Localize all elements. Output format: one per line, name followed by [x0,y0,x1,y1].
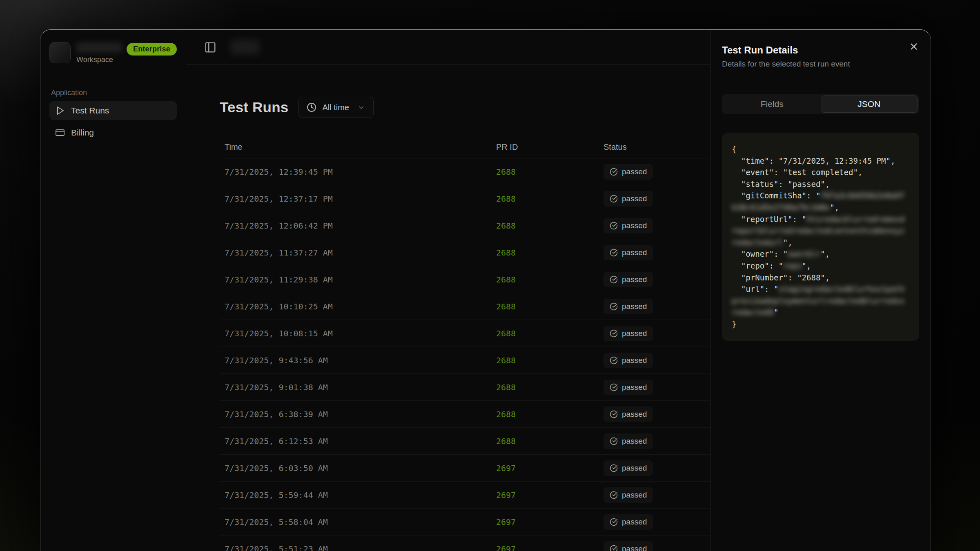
table-row[interactable]: 7/31/2025, 12:37:17 PM 2688 passed [220,185,710,212]
status-badge: passed [604,299,653,314]
table-row[interactable]: 7/31/2025, 6:03:50 AM 2697 passed [220,455,710,482]
status-badge: passed [604,326,653,341]
sidebar-item-billing[interactable]: Billing [49,123,177,142]
run-time: 7/31/2025, 6:38:39 AM [220,409,496,419]
table-row[interactable]: 7/31/2025, 10:08:15 AM 2688 passed [220,320,710,347]
pr-id-link[interactable]: 2688 [496,221,516,231]
pr-id-link[interactable]: 2688 [496,248,516,258]
status-badge: passed [604,191,653,207]
clock-icon [307,102,316,112]
code-line: "gitCommitSha": "f97a3c0d456b2e8a9f [732,190,909,202]
brand-redacted [230,40,260,55]
run-time: 7/31/2025, 9:01:38 AM [220,382,496,392]
panel-left-icon [204,41,216,53]
play-icon [55,106,65,116]
run-time: 7/31/2025, 10:08:15 AM [220,329,496,338]
pr-id-link[interactable]: 2688 [496,382,516,392]
status-badge: passed [604,164,653,180]
pr-id-link[interactable]: 2688 [496,436,516,446]
run-time: 7/31/2025, 12:37:17 PM [220,194,496,204]
status-badge: passed [604,433,653,449]
status-label: passed [622,194,647,203]
status-badge: passed [604,460,653,476]
pr-id-link[interactable]: 2688 [496,194,516,204]
table-row[interactable]: 7/31/2025, 12:06:42 PM 2688 passed [220,212,710,239]
time-filter-value: All time [322,103,349,112]
status-label: passed [622,275,647,284]
json-code-block: { "time": "7/31/2025, 12:39:45 PM", "eve… [722,133,919,341]
table-row[interactable]: 7/31/2025, 11:29:38 AM 2688 passed [220,266,710,293]
workspace-header[interactable]: Workspace Enterprise [49,42,177,64]
workspace-logo-redacted [49,42,71,63]
code-line: "url": "stagingredactedblurhostpath [732,283,909,295]
table-row[interactable]: 7/31/2025, 5:59:44 AM 2697 passed [220,482,710,509]
code-line: previewdeploymenturlredactedblurredxx [732,295,909,307]
redacted-text: b38c61d5e2f40a79c3d8e [732,203,830,212]
run-time: 7/31/2025, 10:10:25 AM [220,302,496,311]
check-circle-icon [610,222,618,230]
pr-id-link[interactable]: 2688 [496,275,516,284]
table-row[interactable]: 7/31/2025, 9:01:38 AM 2688 passed [220,374,710,401]
check-circle-icon [610,410,618,418]
status-badge: passed [604,272,653,287]
table-row[interactable]: 7/31/2025, 12:39:45 PM 2688 passed [220,158,710,185]
workspace-name-redacted [76,42,122,53]
pr-id-link[interactable]: 2697 [496,544,516,551]
run-time: 7/31/2025, 5:59:44 AM [220,490,496,500]
status-badge: passed [604,353,653,368]
run-time: 7/31/2025, 12:06:42 PM [220,221,496,231]
details-subtitle: Details for the selected test run event [722,60,919,69]
pr-id-link[interactable]: 2697 [496,490,516,500]
status-label: passed [622,437,647,446]
run-time: 7/31/2025, 6:03:50 AM [220,463,496,473]
pr-id-link[interactable]: 2688 [496,167,516,177]
time-filter-button[interactable]: All time [298,97,374,118]
tab-json[interactable]: JSON [821,96,918,113]
sidebar: Workspace Enterprise Application Test Ru… [40,30,186,551]
redacted-text: repx [783,261,802,270]
sidebar-item-test-runs[interactable]: Test Runs [49,101,177,120]
table-row[interactable]: 7/31/2025, 6:38:39 AM 2688 passed [220,401,710,428]
check-circle-icon [610,383,618,391]
pr-id-link[interactable]: 2697 [496,517,516,527]
redacted-text: redactedurl [732,238,783,247]
sidebar-toggle-button[interactable] [204,41,216,53]
code-line: "repo": "repx", [732,260,909,272]
table-row[interactable]: 7/31/2025, 9:43:56 AM 2688 passed [220,347,710,374]
check-circle-icon [610,302,618,311]
redacted-text: htsredacblurredremovd [806,215,904,224]
pr-id-link[interactable]: 2688 [496,409,516,419]
screen: Workspace Enterprise Application Test Ru… [0,0,980,551]
pr-id-link[interactable]: 2697 [496,463,516,473]
details-panel: Test Run Details Details for the selecte… [710,30,931,551]
redacted-text: previewdeploymenturlredactedblurredxx [732,296,904,305]
code-line: "event": "test_completed", [732,167,909,178]
table-row[interactable]: 7/31/2025, 11:37:27 AM 2688 passed [220,239,710,266]
status-label: passed [622,221,647,230]
code-line: "owner": "ownrblr", [732,248,909,260]
run-time: 7/31/2025, 5:51:23 AM [220,544,496,551]
code-line: redactedurl", [732,237,909,249]
sidebar-item-label: Billing [71,128,94,138]
close-icon [909,41,919,52]
pr-id-link[interactable]: 2688 [496,302,516,311]
check-circle-icon [610,491,618,499]
tab-fields[interactable]: Fields [724,96,821,113]
app-window: Workspace Enterprise Application Test Ru… [40,29,931,551]
close-button[interactable] [909,41,919,52]
table-row[interactable]: 7/31/2025, 6:12:53 AM 2688 passed [220,428,710,455]
pr-id-link[interactable]: 2688 [496,329,516,338]
check-circle-icon [610,518,618,526]
code-line: { [732,143,909,155]
table-row[interactable]: 7/31/2025, 5:51:23 AM 2697 passed [220,535,710,551]
table-row[interactable]: 7/31/2025, 10:10:25 AM 2688 passed [220,293,710,320]
check-circle-icon [610,545,618,551]
test-runs-table: Time PR ID Status 7/31/2025, 12:39:45 PM… [220,136,710,551]
col-status-header: Status [599,142,710,152]
check-circle-icon [610,168,618,176]
sidebar-item-label: Test Runs [71,106,109,116]
redacted-text: redacted9 [732,308,774,317]
check-circle-icon [610,356,618,364]
pr-id-link[interactable]: 2688 [496,355,516,365]
table-row[interactable]: 7/31/2025, 5:58:04 AM 2697 passed [220,509,710,535]
